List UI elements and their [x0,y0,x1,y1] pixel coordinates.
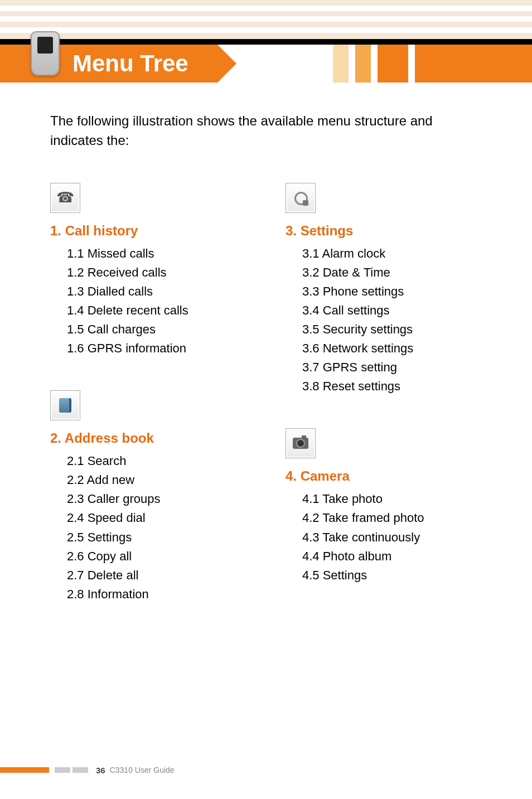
section-settings: 3. Settings 3.1 Alarm clock 3.2 Date & T… [286,183,499,396]
section-title: 2. Address book [50,430,263,446]
page-footer: 36 C3310 User Guide [0,763,532,777]
footer-decor-grey [55,767,70,773]
section-camera: 4. Camera 4.1 Take photo 4.2 Take framed… [286,428,499,584]
menu-columns: ☎ 1. Call history 1.1 Missed calls 1.2 R… [0,151,532,636]
list-item: 4.2 Take framed photo [302,509,499,527]
list-item: 2.1 Search [67,452,263,471]
list-item: 1.6 GPRS information [67,339,263,358]
section-title: 1. Call history [50,223,263,239]
page-title: Menu Tree [72,50,188,77]
list-item: 2.2 Add new [67,471,263,490]
list-item: 2.6 Copy all [67,547,263,566]
list-item: 4.4 Photo album [302,547,499,566]
list-item: 3.2 Date & Time [302,263,499,282]
list-item: 3.4 Call settings [302,301,499,320]
list-item: 3.7 GPRS setting [302,358,499,377]
camera-icon [286,428,316,458]
right-column: 3. Settings 3.1 Alarm clock 3.2 Date & T… [286,183,499,636]
intro-text: The following illustration shows the ava… [0,83,532,151]
list-item: 2.4 Speed dial [67,509,263,527]
phone-device-icon [31,31,67,81]
list-item: 1.3 Dialled calls [67,282,263,301]
page-header: Menu Tree [0,39,532,83]
section-title: 4. Camera [286,468,499,484]
list-item: 2.7 Delete all [67,566,263,585]
list-item: 3.8 Reset settings [302,377,499,396]
address-book-icon [50,390,80,420]
decorative-top-stripes [0,0,532,39]
list-item: 1.2 Received calls [67,263,263,282]
settings-icon [286,183,316,213]
document-title: C3310 User Guide [110,766,175,774]
section-address-book: 2. Address book 2.1 Search 2.2 Add new 2… [50,390,263,604]
list-item: 4.1 Take photo [302,490,499,509]
header-decor-boxes [333,45,532,83]
section-call-history: ☎ 1. Call history 1.1 Missed calls 1.2 R… [50,183,263,359]
header-black-strip [0,39,532,45]
footer-decor-orange [0,767,49,773]
list-item: 2.8 Information [67,585,263,604]
left-column: ☎ 1. Call history 1.1 Missed calls 1.2 R… [50,183,263,636]
page-number: 36 [96,766,105,775]
list-item: 1.5 Call charges [67,320,263,339]
list-item: 4.5 Settings [302,566,499,585]
list-item: 2.3 Caller groups [67,490,263,509]
list-item: 2.5 Settings [67,528,263,547]
section-title: 3. Settings [286,223,499,239]
list-item: 3.6 Network settings [302,339,499,358]
list-item: 3.1 Alarm clock [302,244,499,263]
list-item: 3.3 Phone settings [302,282,499,301]
call-history-icon: ☎ [50,183,80,213]
footer-decor-grey [72,767,88,773]
list-item: 4.3 Take continuously [302,528,499,547]
list-item: 3.5 Security settings [302,320,499,339]
list-item: 1.1 Missed calls [67,244,263,263]
list-item: 1.4 Delete recent calls [67,301,263,320]
